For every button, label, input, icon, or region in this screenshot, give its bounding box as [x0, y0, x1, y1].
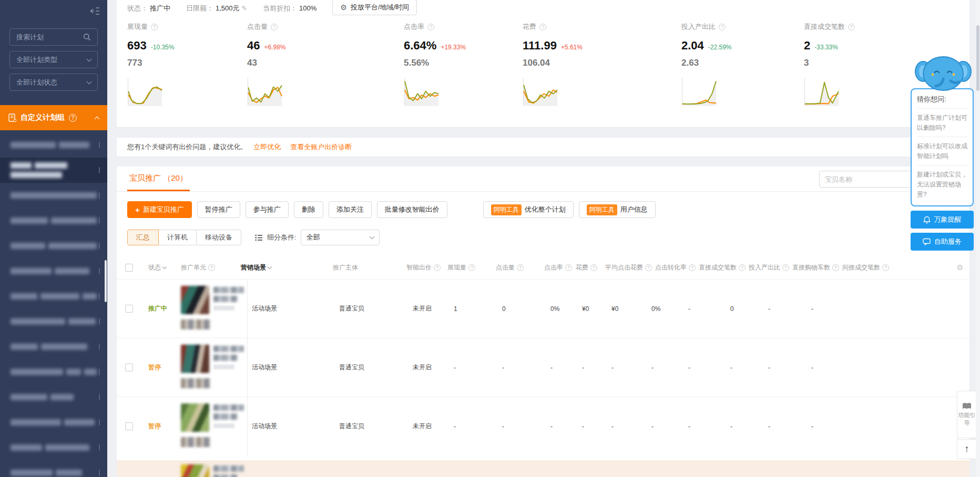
trend-sparkline [404, 77, 440, 107]
plan-type-select[interactable]: 全部计划类型 [9, 51, 98, 68]
search-plan-input[interactable]: 搜索计划 [9, 28, 98, 46]
sidebar-plan-item[interactable] [0, 309, 107, 334]
device-tab-2[interactable]: 移动设备 [196, 230, 241, 245]
search-icon [83, 33, 91, 41]
column-settings-gear-icon[interactable]: ⚙ [956, 263, 963, 272]
suggested-question[interactable]: 标准计划可以改成智能计划吗 [917, 137, 967, 165]
column-header[interactable]: 投入产出比? [749, 263, 792, 272]
promotion-unit-cell[interactable] [181, 279, 247, 329]
optimize-now-link[interactable]: 立即优化 [253, 142, 281, 152]
metric-value: 111.99 [523, 39, 557, 53]
sidebar-scrollbar[interactable] [105, 260, 107, 302]
blurred-subtext [213, 423, 234, 428]
account-diagnose-link[interactable]: 查看全账户出价诊断 [290, 142, 352, 152]
help-icon[interactable]: ? [565, 264, 572, 271]
column-header[interactable]: 营销场景 [241, 263, 333, 272]
sidebar-plan-item[interactable] [0, 460, 107, 477]
column-header[interactable]: 智能出价? [406, 263, 447, 272]
column-header[interactable]: 花费? [576, 263, 605, 272]
feature-guide-button[interactable]: 功能引导 [957, 391, 977, 438]
sidebar-plan-item[interactable] [0, 258, 107, 284]
amin-tool-button[interactable]: 阿明工具优化整个计划 [483, 201, 574, 218]
help-icon[interactable]: ? [590, 264, 597, 271]
bulk-action-button[interactable]: 参与推广 [246, 201, 289, 218]
sidebar-plan-item[interactable] [0, 410, 107, 435]
promotion-unit-cell[interactable] [181, 338, 247, 388]
column-header[interactable]: 推广主体 [333, 263, 406, 272]
select-all-checkbox[interactable] [125, 264, 133, 272]
elephant-mascot[interactable] [914, 54, 973, 91]
window-scrollbar-thumb[interactable] [976, 25, 979, 91]
column-header[interactable]: 推广单元? [181, 263, 241, 272]
device-tab-0[interactable]: 汇总 [127, 230, 159, 245]
collapse-sidebar-icon[interactable] [89, 6, 100, 16]
scroll-to-top-button[interactable]: ↑ [957, 439, 977, 459]
help-icon[interactable]: ? [832, 264, 839, 271]
item-name-search-input[interactable] [819, 171, 915, 188]
sidebar-plan-item[interactable] [0, 435, 107, 460]
help-icon[interactable]: ? [151, 24, 158, 30]
blurred-product-title [213, 413, 238, 420]
help-icon[interactable]: ? [848, 24, 855, 30]
help-icon[interactable]: ? [434, 264, 441, 271]
sidebar-plan-item[interactable] [0, 208, 107, 233]
amin-tool-button[interactable]: 阿明工具用户信息 [579, 201, 656, 218]
help-icon[interactable]: ? [468, 264, 475, 271]
suggested-question[interactable]: 直通车推广计划可以删除吗? [917, 108, 967, 137]
row-checkbox[interactable] [125, 364, 133, 371]
new-item-promotion-button[interactable]: +新建宝贝推广 [127, 201, 192, 218]
segment-filter-select[interactable]: 全部 [301, 230, 380, 245]
plan-list [0, 132, 107, 477]
sidebar-plan-item[interactable] [0, 334, 107, 359]
help-icon[interactable]: ? [882, 264, 889, 271]
wanxiang-reminder-button[interactable]: 万象提醒 [911, 211, 974, 229]
help-icon[interactable]: ? [517, 264, 524, 271]
column-header[interactable]: 直接购物车数? [792, 263, 842, 272]
metric-cell: - [811, 423, 854, 430]
column-header[interactable]: 直接成交笔数? [699, 263, 749, 272]
metric-cell: - [811, 364, 854, 371]
help-icon[interactable]: ? [689, 264, 696, 271]
row-checkbox[interactable] [125, 305, 133, 313]
column-header[interactable]: 点击率? [544, 263, 576, 272]
edit-pencil-icon[interactable]: ✎ [241, 4, 247, 12]
assistant-panel: 猜你想问: 直通车推广计划可以删除吗?标准计划可以改成智能计划吗新建计划或宝贝，… [911, 88, 974, 251]
column-header[interactable]: 状态 [148, 263, 181, 272]
plan-status-select[interactable]: 全部计划状态 [9, 74, 98, 91]
column-header[interactable]: 点击量? [496, 263, 544, 272]
sidebar-plan-item[interactable] [0, 359, 107, 385]
help-icon[interactable]: ? [271, 24, 278, 30]
status-badge: 暂停 [148, 363, 161, 372]
help-icon[interactable]: ? [427, 24, 434, 30]
bulk-action-button[interactable]: 暂停推广 [197, 201, 240, 218]
bulk-action-button[interactable]: 删除 [294, 201, 323, 218]
column-header[interactable]: 点击转化率? [655, 263, 699, 272]
sidebar-plan-item[interactable] [0, 183, 107, 208]
device-tab-1[interactable]: 计算机 [158, 230, 197, 245]
suggested-question[interactable]: 新建计划或宝贝，无法设置营销场景? [917, 165, 967, 203]
column-header[interactable]: 间接成交笔数? [842, 263, 892, 272]
bulk-action-button[interactable]: 添加关注 [329, 201, 372, 218]
blurred-plan-name [83, 293, 97, 299]
sidebar-plan-item[interactable] [0, 385, 107, 410]
bulk-action-button[interactable]: 批量修改智能出价 [377, 201, 447, 218]
platform-region-time-button[interactable]: ⚙ 投放平台/地域/时间 [332, 0, 417, 15]
tab-item-promotion[interactable]: 宝贝推广 （20） [127, 173, 190, 191]
help-icon[interactable]: ? [208, 264, 215, 271]
sidebar-plan-item[interactable] [0, 284, 107, 309]
column-header[interactable]: 平均点击花费? [605, 263, 655, 272]
help-icon[interactable]: ? [719, 24, 726, 30]
help-icon[interactable]: ? [69, 114, 77, 122]
help-icon[interactable]: ? [782, 264, 789, 271]
column-header[interactable]: 展现量? [447, 263, 496, 272]
sidebar-group-custom-plans[interactable]: 自定义计划组 ? [0, 105, 107, 130]
sidebar-plan-item[interactable] [0, 158, 107, 183]
help-icon[interactable]: ? [645, 264, 652, 271]
self-service-button[interactable]: 自助服务 [911, 233, 974, 251]
help-icon[interactable]: ? [539, 24, 546, 30]
sidebar-plan-item[interactable] [0, 233, 107, 258]
row-checkbox[interactable] [125, 422, 133, 430]
promotion-unit-cell[interactable] [181, 397, 247, 447]
sidebar-plan-item[interactable] [0, 132, 107, 158]
help-icon[interactable]: ? [739, 264, 746, 271]
